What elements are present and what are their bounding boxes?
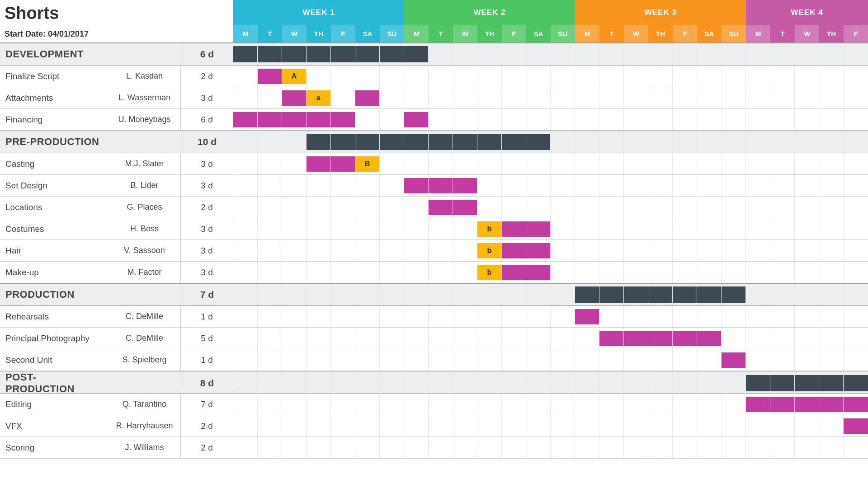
phase-bar (599, 286, 623, 303)
gantt-cell (282, 109, 307, 130)
gantt-cell (844, 394, 868, 415)
gantt-cell (746, 66, 770, 87)
gantt-cell (331, 437, 355, 458)
gantt-cell (258, 87, 282, 108)
task-row: Principal PhotographyC. DeMille5 d (0, 328, 868, 349)
gantt-cell (233, 87, 258, 108)
gantt-cell (453, 415, 477, 436)
gantt-cell (331, 175, 355, 196)
gantt-cell (770, 349, 795, 371)
gantt-cell (844, 437, 868, 458)
gantt-cell (477, 109, 502, 130)
gantt-cell (575, 66, 599, 87)
gantt-cell (526, 394, 551, 415)
gantt-cell (551, 175, 575, 196)
gantt-cell (282, 153, 307, 174)
gantt-cell (307, 437, 331, 458)
gantt-cell (307, 306, 331, 327)
gantt-cell (624, 371, 648, 395)
gantt-cell (770, 197, 795, 218)
task-bar (307, 156, 330, 172)
gantt-cell (380, 218, 404, 239)
gantt-cell (819, 43, 844, 65)
gantt-cell (844, 87, 868, 108)
gantt-cell (795, 306, 819, 327)
task-row: AttachmentsL. Wasserman3 da (0, 87, 868, 109)
gantt-cell (233, 197, 258, 218)
gantt-cell (355, 109, 380, 130)
day-header: SU (380, 25, 404, 42)
gantt-cell (258, 131, 282, 153)
week-header: WEEK 2 (404, 0, 575, 25)
gantt-cell (795, 197, 819, 218)
gantt-cell (429, 131, 453, 153)
gantt-cell (404, 153, 429, 174)
gantt-cell (233, 240, 258, 261)
gantt-cell (404, 131, 429, 153)
gantt-cell (746, 437, 770, 458)
gantt-cell (331, 197, 355, 218)
gantt-cell: b (477, 218, 502, 239)
gantt-cell (551, 87, 575, 108)
milestone-marker: B (355, 156, 379, 172)
gantt-cell (746, 284, 770, 305)
gantt-cell (307, 197, 331, 218)
gantt-cell (624, 153, 648, 174)
gantt-cell (355, 218, 380, 239)
gantt-cell (258, 328, 282, 349)
gantt-cell (575, 43, 599, 65)
gantt-cell (404, 349, 429, 371)
gantt-cell (673, 131, 697, 153)
gantt-cell (624, 306, 648, 327)
gantt-cell: B (355, 153, 380, 174)
task-name: VFX (0, 415, 108, 436)
day-header: TH (307, 25, 331, 42)
gantt-cell (380, 394, 404, 415)
phase-bar (770, 375, 794, 391)
gantt-cell (795, 43, 819, 65)
gantt-cell (453, 349, 477, 371)
gantt-cell (258, 262, 282, 283)
gantt-cell (404, 240, 429, 261)
gantt-cell (648, 153, 673, 174)
task-bar (355, 90, 379, 106)
task-duration: 3 d (181, 153, 233, 174)
gantt-cell (526, 153, 551, 174)
start-date-label: Start Date: 04/01/2017 (0, 25, 233, 42)
gantt-cell (844, 175, 868, 196)
task-name: Second Unit (0, 349, 108, 371)
gantt-cell (355, 240, 380, 261)
gantt-cell (551, 153, 575, 174)
gantt-cell (599, 415, 624, 436)
gantt-cell (307, 240, 331, 261)
phase-name: PRE-PRODUCTION (0, 131, 108, 153)
week-header: WEEK 1 (233, 0, 404, 25)
task-bar (770, 397, 794, 412)
gantt-cell (599, 43, 624, 65)
gantt-cell (697, 262, 722, 283)
gantt-cell (526, 109, 551, 130)
gantt-cell (331, 306, 355, 327)
gantt-cell (282, 371, 307, 395)
gantt-cell (770, 240, 795, 261)
milestone-marker: b (477, 221, 501, 237)
task-row: Finalize ScriptL. Kasdan2 dA (0, 66, 868, 87)
gantt-cell (648, 109, 673, 130)
task-row: CastingM.J. Slater3 dB (0, 153, 868, 175)
gantt-cell (404, 371, 429, 395)
gantt-cell (307, 153, 331, 174)
gantt-cell (551, 218, 575, 239)
gantt-cell (648, 240, 673, 261)
gantt-cell (502, 371, 526, 395)
gantt-cell (502, 197, 526, 218)
task-bar (844, 397, 868, 412)
gantt-cell (233, 175, 258, 196)
phase-bar (844, 375, 868, 391)
gantt-cell (453, 175, 477, 196)
gantt-cell (258, 437, 282, 458)
header-weeks: ShortsWEEK 1WEEK 2WEEK 3WEEK 4 (0, 0, 868, 25)
gantt-cell (722, 437, 746, 458)
task-row: CostumesH. Boss3 db (0, 218, 868, 240)
gantt-cell (770, 43, 795, 65)
gantt-cell (844, 197, 868, 218)
